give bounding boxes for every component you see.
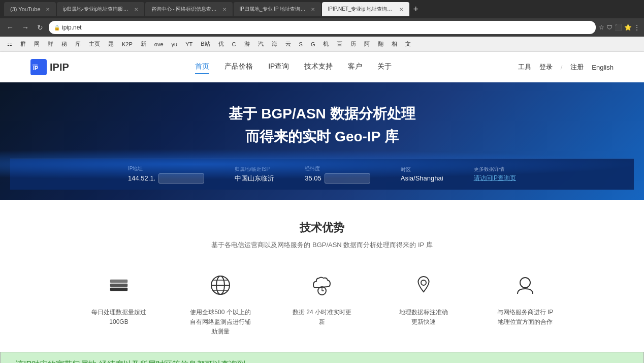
bookmark-14[interactable]: 云	[282, 39, 294, 49]
bookmark-3[interactable]: 群	[45, 39, 56, 49]
bookmark-22[interactable]: 相	[389, 39, 400, 49]
bookmarks-bar: ⚏ 群 网 群 秘 库 主页 题 K2P 新 ove yu YT B站 优 C …	[0, 37, 644, 52]
location-icon	[408, 270, 439, 300]
nav-about[interactable]: 关于	[377, 60, 392, 74]
bookmark-8[interactable]: 新	[138, 39, 149, 49]
site-wrapper: IP IPIP 首页 产品价格 IP查询 技术支持 客户 关于 工具 登录 / …	[0, 52, 644, 363]
ip-timezone-item: 时区 Asia/Shanghai	[401, 166, 443, 182]
toolbar-icons: ☆ 🛡 ⬛ ⭐ ⋮	[599, 24, 640, 31]
forward-button[interactable]: →	[19, 22, 31, 33]
tech-section-title: 技术优势	[30, 220, 614, 235]
browser-chrome: (3) YouTube ✕ ip归属地-专业ip地址查询服务_IP... ✕ 咨…	[0, 0, 644, 52]
ip-input[interactable]	[158, 173, 204, 184]
language-button[interactable]: English	[592, 64, 614, 71]
register-link[interactable]: 注册	[570, 63, 584, 72]
tab-3[interactable]: 咨询中心 - 网络标识信息查询平台... ✕	[145, 2, 233, 16]
logo-icon: IP	[30, 59, 47, 75]
tab-4[interactable]: IP归属地_专业 IP 地址查询_IP... ✕	[234, 2, 321, 16]
person-icon	[510, 270, 540, 300]
bookmark-16[interactable]: G	[308, 40, 318, 48]
tab-1-close[interactable]: ✕	[46, 7, 50, 12]
tab-4-close[interactable]: ✕	[311, 7, 315, 12]
extension-icon-1[interactable]: 🛡	[606, 24, 613, 31]
bookmark-17[interactable]: 机	[320, 39, 332, 49]
ip-coords-value: 35.05	[305, 173, 370, 184]
reload-button[interactable]: ↻	[35, 22, 46, 33]
logo-area: IP IPIP	[30, 59, 69, 75]
bookmark-ove[interactable]: ove	[151, 40, 167, 48]
bookmark-11[interactable]: 游	[241, 39, 253, 49]
hero-section: 基于 BGP/ASN 数据分析处理 而得来的实时 Geo-IP 库 IP地址 1…	[0, 82, 644, 200]
bookmark-23[interactable]: 文	[402, 39, 414, 49]
bookmark-yu[interactable]: yu	[169, 40, 181, 48]
extension-icon-2[interactable]: ⬛	[615, 24, 622, 31]
address-bar-row: ← → ↻ 🔒 ipip.net ☆ 🛡 ⬛ ⭐ ⋮	[0, 18, 644, 37]
tab-5[interactable]: IPIP.NET_专业ip 地址查询_IP... ✕	[322, 2, 409, 16]
svg-point-13	[421, 280, 426, 285]
header-divider: /	[561, 64, 563, 71]
feature-global-monitoring: 使用全球500 个以上的自有网络监测点进行辅助测量	[180, 270, 261, 337]
back-button[interactable]: ←	[4, 22, 16, 33]
tab-3-close[interactable]: ✕	[222, 7, 227, 12]
new-tab-button[interactable]: +	[410, 4, 422, 15]
announcement-bar: 该IP对应的宽带归属地,经纬度以及所属时区等信息都可以查询到.	[0, 352, 644, 363]
ip-timezone-value: Asia/Shanghai	[401, 174, 443, 182]
bookmark-10[interactable]: C	[229, 40, 239, 48]
feature-isp-text: 与网络服务商进行 IP地理位置方面的合作	[497, 308, 554, 327]
address-text: ipip.net	[62, 24, 82, 31]
bookmark-6[interactable]: 主页	[86, 39, 103, 49]
ip-more-item: 更多数据详情 请访问IP查询页	[474, 166, 516, 183]
ip-query-link[interactable]: 请访问IP查询页	[474, 174, 516, 183]
bookmark-apps-icon[interactable]: ⚏	[4, 40, 15, 48]
bookmark-9[interactable]: 优	[215, 39, 227, 49]
tab-2[interactable]: ip归属地-专业ip地址查询服务_IP... ✕	[57, 2, 144, 16]
svg-rect-2	[110, 288, 127, 291]
address-input[interactable]: 🔒 ipip.net	[49, 21, 596, 34]
bookmark-7[interactable]: 题	[105, 39, 117, 49]
nav-customers[interactable]: 客户	[348, 60, 362, 74]
bookmark-1[interactable]: 群	[17, 39, 29, 49]
tab-3-label: 咨询中心 - 网络标识信息查询平台...	[151, 6, 217, 13]
nav-home[interactable]: 首页	[195, 60, 209, 74]
bookmark-2[interactable]: 网	[31, 39, 43, 49]
bookmark-5[interactable]: 库	[72, 39, 84, 49]
bookmark-4[interactable]: 秘	[58, 39, 70, 49]
feature-realtime: 数据 24 小时准实时更新	[281, 270, 363, 337]
bookmark-20[interactable]: 阿	[361, 39, 373, 49]
bookmark-b[interactable]: B站	[198, 39, 213, 49]
feature-data-volume-text: 每日处理数据量超过100GB	[91, 308, 146, 327]
extension-icon-3[interactable]: ⭐	[624, 24, 632, 31]
tab-2-close[interactable]: ✕	[134, 7, 138, 12]
coords-input[interactable]	[325, 173, 370, 184]
features-grid: 每日处理数据量超过100GB 使用全球500 个以上的自有网络监测点进行辅助测量	[30, 270, 614, 337]
hero-title-line1: 基于 BGP/ASN 数据分析处理	[229, 103, 415, 126]
globe-icon	[205, 270, 236, 300]
bookmark-k2p[interactable]: K2P	[119, 40, 136, 48]
bookmark-19[interactable]: 历	[347, 39, 359, 49]
bookmark-yt[interactable]: YT	[182, 40, 196, 48]
bookmark-15[interactable]: S	[296, 40, 306, 48]
bookmark-13[interactable]: 海	[269, 39, 280, 49]
nav-ip-query[interactable]: IP查询	[268, 60, 289, 74]
menu-icon[interactable]: ⋮	[634, 24, 640, 31]
bookmark-18[interactable]: 百	[334, 39, 345, 49]
tab-1[interactable]: (3) YouTube ✕	[4, 2, 56, 16]
lock-icon: 🔒	[54, 25, 60, 31]
nav-tech-support[interactable]: 技术支持	[304, 60, 333, 74]
bookmark-21[interactable]: 翻	[375, 39, 387, 49]
bookmark-12[interactable]: 汽	[255, 39, 267, 49]
tools-link[interactable]: 工具	[518, 63, 531, 72]
tab-5-close[interactable]: ✕	[399, 7, 403, 12]
login-link[interactable]: 登录	[539, 63, 553, 72]
layers-icon	[104, 270, 134, 300]
site-header: IP IPIP 首页 产品价格 IP查询 技术支持 客户 关于 工具 登录 / …	[0, 52, 644, 82]
main-nav: 首页 产品价格 IP查询 技术支持 客户 关于	[195, 60, 392, 74]
ip-coords-text: 35.05	[305, 174, 321, 182]
tech-section-subtitle: 基于各电信运营商以及网络服务的 BGP/ASN 数据而分析处理而得来的 IP 库	[30, 240, 614, 250]
cloud-clock-icon	[307, 270, 337, 300]
feature-isp: 与网络服务商进行 IP地理位置方面的合作	[485, 270, 566, 337]
nav-pricing[interactable]: 产品价格	[224, 60, 253, 74]
tab-bar: (3) YouTube ✕ ip归属地-专业ip地址查询服务_IP... ✕ 咨…	[0, 0, 644, 18]
ip-coords-item: 经纬度 35.05	[305, 165, 370, 184]
bookmark-icon[interactable]: ☆	[599, 24, 604, 31]
